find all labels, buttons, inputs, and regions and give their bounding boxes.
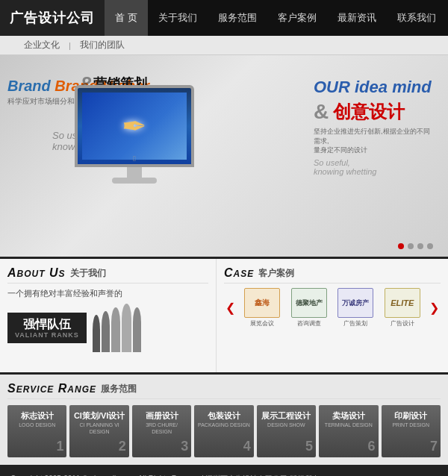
logo-text: 广告设计公司 [10, 9, 95, 27]
imac-stand-base [112, 178, 157, 184]
service-item-sub-4: DESIGN SHOW [260, 422, 313, 428]
case-section: CASE 客户案例 ❮ 鑫海 展览会议 德聚地产 咨询调查 万诚房产 [217, 259, 448, 372]
service-item-sub-6: PRINT DESIGN [385, 422, 438, 428]
service-item-6[interactable]: 印刷设计 PRINT DESIGN 7 [382, 405, 441, 457]
silhouette-2 [102, 311, 110, 352]
imac-stand-neck [127, 167, 142, 178]
case-logo-box-3: 万诚房产 [337, 288, 373, 318]
silhouette-5 [133, 307, 141, 352]
subnav-item-0[interactable]: 企业文化 [15, 36, 69, 55]
dot-4[interactable] [427, 243, 433, 249]
service-item-2[interactable]: 画册设计 3RD CHURE/ DESIGN 3 [132, 405, 191, 457]
silhouette-3 [111, 307, 120, 352]
silhouette-4 [122, 304, 131, 352]
service-item-num-3: 4 [243, 439, 251, 453]
case-title-en: CASE [224, 266, 254, 280]
case-logo-box-2: 德聚地产 [291, 288, 327, 318]
case-logo-2: 德聚地产 咨询调查 [288, 288, 331, 328]
service-item-sub-0: LOGO DESIGN [10, 422, 63, 428]
feather-icon: ✒ [122, 109, 147, 143]
nav-item-2[interactable]: 服务范围 [208, 0, 267, 36]
nav-item-5[interactable]: 联系我们 [387, 0, 447, 36]
service-item-title-0: 标志设计 [10, 411, 63, 421]
footer-copyright: Copyright 2005-2011 © olgmedia.com All R… [10, 472, 438, 476]
header: 广告设计公司 首 页关于我们服务范围客户案例最新资讯联系我们 [0, 0, 448, 36]
service-item-num-0: 1 [56, 439, 63, 453]
nav-item-0[interactable]: 首 页 [105, 0, 148, 36]
case-next-arrow[interactable]: ❯ [428, 301, 441, 315]
service-item-num-1: 2 [119, 439, 126, 453]
service-item-title-2: 画册设计 [135, 411, 188, 421]
case-logo-label-2: 咨询调查 [288, 319, 331, 328]
service-section: SERVICE RANGE 服务范围 标志设计 LOGO DESIGN 1 CI… [0, 372, 448, 465]
service-item-sub-5: TERMINAL DESIGN [322, 422, 375, 428]
valiant-text-box: 强悍队伍 VALIANT RANKS [7, 313, 87, 344]
imac-display: ✒  [75, 85, 194, 184]
service-item-title-1: CI策划/VI设计 [72, 411, 125, 421]
service-item-num-6: 7 [430, 439, 438, 453]
service-item-5[interactable]: 卖场设计 TERMINAL DESIGN 6 [319, 405, 378, 457]
service-item-0[interactable]: 标志设计 LOGO DESIGN 1 [7, 405, 66, 457]
case-logo-box-4: ELITE [385, 288, 420, 318]
subnav: 企业文化|我们的团队 [0, 36, 448, 55]
case-logo-label-4: 广告设计 [382, 319, 424, 328]
case-title-cn: 客户案例 [258, 267, 294, 280]
about-title-en: ABOUT US [7, 266, 66, 280]
case-logo-label-3: 广告策划 [335, 319, 377, 328]
valiant-box: 强悍队伍 VALIANT RANKS [7, 304, 208, 352]
service-item-1[interactable]: CI策划/VI设计 CI PLANNING VI DESIGN 2 [69, 405, 128, 457]
hero-banner: Brand Brand Higher 科学应对市场细分和数据分析手册 & 营销策… [0, 55, 448, 257]
service-item-sub-3: PACKAGING DESIGN [197, 422, 250, 428]
creative-design-text: 创意设计 [333, 100, 405, 124]
case-logo-1: 鑫海 展览会议 [241, 288, 284, 328]
valiant-en: VALIANT RANKS [15, 331, 79, 339]
hero-right: OUR idea mind & 创意设计 坚持企业推进先行创新,根据企业的不同需… [314, 78, 433, 176]
nav-item-1[interactable]: 关于我们 [148, 0, 208, 36]
service-item-num-4: 5 [305, 439, 313, 453]
case-logos: ❮ 鑫海 展览会议 德聚地产 咨询调查 万诚房产 广告策划 [224, 288, 441, 328]
service-title-en: SERVICE RANGE [7, 382, 96, 395]
mid-row: ABOUT US 关于我们 一个拥有绝对丰富经验和声誉的 强悍队伍 VALIAN… [0, 257, 448, 372]
case-logo-3: 万诚房产 广告策划 [335, 288, 377, 328]
service-item-title-6: 印刷设计 [385, 411, 438, 421]
footer: Copyright 2005-2011 © olgmedia.com All R… [0, 465, 448, 476]
dot-1[interactable] [398, 243, 404, 249]
case-logo-box-1: 鑫海 [244, 288, 280, 318]
silhouettes [93, 304, 141, 352]
logo-area: 广告设计公司 [0, 0, 105, 36]
imac-screen-inner: ✒ [82, 93, 187, 160]
service-item-title-5: 卖场设计 [322, 411, 375, 421]
imac-screen: ✒  [75, 85, 194, 167]
service-item-sub-2: 3RD CHURE/ DESIGN [135, 422, 188, 435]
about-subtitle: 一个拥有绝对丰富经验和声誉的 [7, 288, 208, 299]
nav-item-3[interactable]: 客户案例 [267, 0, 327, 36]
service-item-num-5: 6 [368, 439, 376, 453]
case-logo-label-1: 展览会议 [241, 319, 284, 328]
ampersand-2: & [314, 100, 329, 124]
hero-dots [398, 243, 433, 249]
service-title: SERVICE RANGE 服务范围 [7, 382, 441, 399]
about-title-cn: 关于我们 [70, 267, 106, 280]
so-useful-2: So useful, knowing whetting [314, 158, 433, 176]
our-idea-text: OUR idea mind [314, 78, 433, 97]
about-title: ABOUT US 关于我们 [7, 266, 208, 284]
about-section: ABOUT US 关于我们 一个拥有绝对丰富经验和声誉的 强悍队伍 VALIAN… [0, 259, 217, 372]
service-items: 标志设计 LOGO DESIGN 1 CI策划/VI设计 CI PLANNING… [7, 405, 441, 457]
service-item-num-2: 3 [181, 439, 188, 453]
silhouette-1 [93, 315, 100, 352]
case-logo-4: ELITE 广告设计 [382, 288, 424, 328]
service-item-title-3: 包装设计 [197, 411, 250, 421]
case-title: CASE 客户案例 [224, 266, 441, 284]
service-item-sub-1: CI PLANNING VI DESIGN [72, 422, 125, 435]
dot-2[interactable] [408, 243, 414, 249]
service-title-cn: 服务范围 [101, 383, 137, 395]
service-item-4[interactable]: 展示工程设计 DESIGN SHOW 5 [257, 405, 316, 457]
nav-item-4[interactable]: 最新资讯 [327, 0, 387, 36]
service-item-3[interactable]: 包装设计 PACKAGING DESIGN 4 [194, 405, 253, 457]
subnav-item-1[interactable]: 我们的团队 [71, 36, 134, 55]
dot-3[interactable] [417, 243, 423, 249]
valiant-cn: 强悍队伍 [15, 317, 79, 331]
hero-desc: 坚持企业推进先行创新,根据企业的不同需求, 量身定不同的设计 [314, 127, 433, 155]
apple-logo:  [133, 154, 136, 163]
case-prev-arrow[interactable]: ❮ [224, 301, 237, 315]
